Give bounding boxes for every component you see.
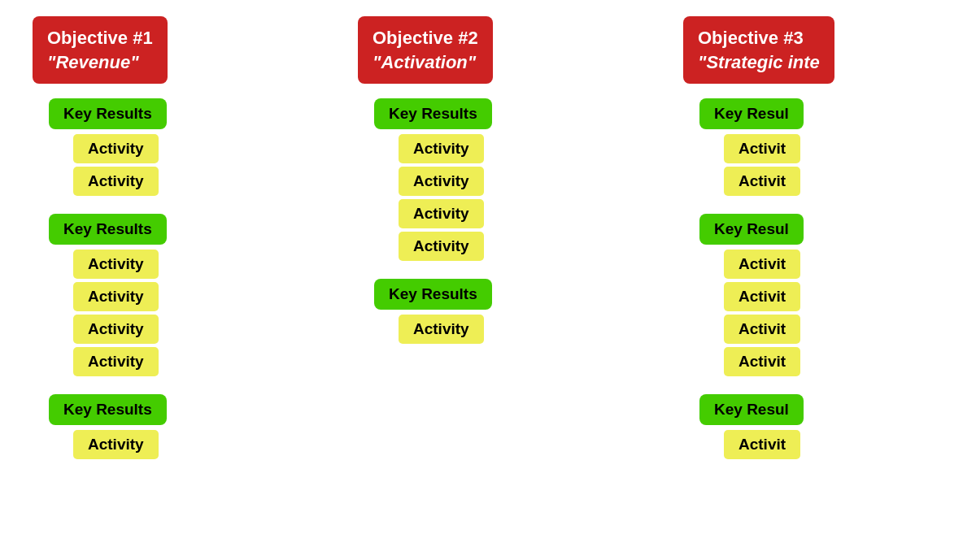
key-results-box-1-1: Key Results (49, 98, 167, 129)
activity-box-1-2-3: Activity (73, 315, 159, 344)
key-results-box-2-1: Key Results (374, 98, 492, 129)
main-canvas: Objective #1"Revenue"Key ResultsActivity… (0, 0, 976, 560)
key-result-group-2-1: Key ResultsActivityActivityActivityActiv… (374, 98, 492, 264)
key-result-group-3-1: Key ResulActivitActivit (699, 98, 804, 199)
objective-title-3: Objective #3 (698, 26, 820, 50)
activity-box-3-2-2: Activit (724, 282, 800, 311)
objective-title-1: Objective #1 (47, 26, 153, 50)
activity-box-2-1-4: Activity (399, 232, 484, 261)
key-result-group-2-2: Key ResultsActivity (374, 279, 492, 347)
key-result-group-1-1: Key ResultsActivityActivity (49, 98, 167, 199)
activity-box-3-2-4: Activit (724, 347, 800, 376)
activity-box-1-3-1: Activity (73, 430, 159, 459)
key-results-box-1-3: Key Results (49, 394, 167, 425)
activity-box-1-1-2: Activity (73, 167, 159, 196)
key-results-box-2-2: Key Results (374, 279, 492, 310)
activity-box-1-2-4: Activity (73, 347, 159, 376)
objective-subtitle-2: "Activation" (373, 50, 478, 75)
activity-box-2-1-3: Activity (399, 199, 484, 228)
activity-box-3-2-3: Activit (724, 315, 800, 344)
objective-box-3: Objective #3"Strategic inte (683, 16, 834, 84)
objective-subtitle-1: "Revenue" (47, 50, 153, 75)
activity-box-3-1-2: Activit (724, 167, 800, 196)
objective-box-2: Objective #2"Activation" (358, 16, 493, 84)
objective-box-1: Objective #1"Revenue" (33, 16, 168, 84)
activity-box-1-1-1: Activity (73, 134, 159, 163)
activity-box-1-2-1: Activity (73, 250, 159, 279)
key-results-box-1-2: Key Results (49, 214, 167, 245)
activity-box-2-2-1: Activity (399, 315, 484, 344)
activity-box-1-2-2: Activity (73, 282, 159, 311)
key-result-group-1-3: Key ResultsActivity (49, 394, 167, 462)
key-result-group-3-3: Key ResulActivit (699, 394, 804, 462)
column-2: Objective #2"Activation"Key ResultsActiv… (342, 16, 667, 544)
key-result-group-1-2: Key ResultsActivityActivityActivityActiv… (49, 214, 167, 380)
activity-box-3-1-1: Activit (724, 134, 800, 163)
activity-box-3-2-1: Activit (724, 250, 800, 279)
activity-box-3-3-1: Activit (724, 430, 800, 459)
key-results-box-3-2: Key Resul (699, 214, 804, 245)
column-1: Objective #1"Revenue"Key ResultsActivity… (16, 16, 342, 544)
objective-title-2: Objective #2 (373, 26, 478, 50)
column-3: Objective #3"Strategic inteKey ResulActi… (667, 16, 846, 544)
activity-box-2-1-2: Activity (399, 167, 484, 196)
key-result-group-3-2: Key ResulActivitActivitActivitActivit (699, 214, 804, 380)
key-results-box-3-3: Key Resul (699, 394, 804, 425)
objective-subtitle-3: "Strategic inte (698, 50, 820, 75)
activity-box-2-1-1: Activity (399, 134, 484, 163)
key-results-box-3-1: Key Resul (699, 98, 804, 129)
